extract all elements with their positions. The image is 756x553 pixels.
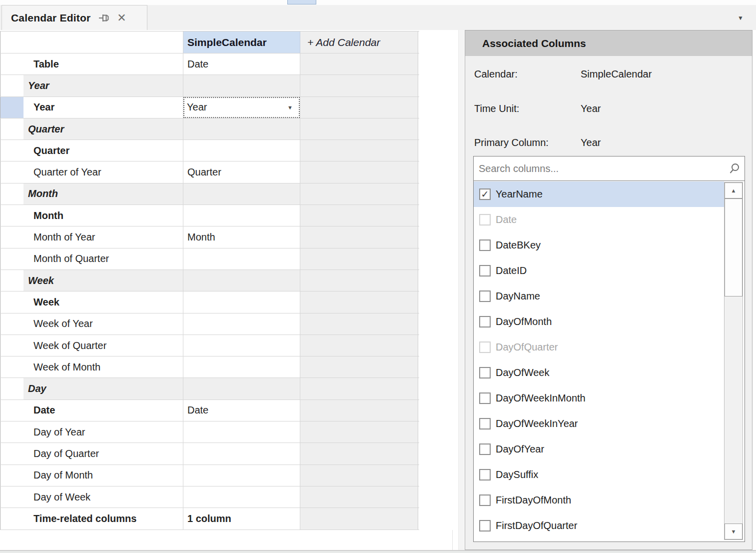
row-value-cell[interactable]: Quarter [183, 162, 300, 182]
row-value-cell[interactable] [183, 443, 300, 464]
row-label: Year [23, 97, 183, 118]
row-gutter[interactable] [0, 226, 23, 248]
checkbox[interactable]: ✓ [479, 316, 491, 328]
column-list-item[interactable]: ✓ FirstDayOfWeek [474, 538, 724, 542]
checkbox[interactable]: ✓ [479, 444, 491, 455]
add-calendar-cell [300, 400, 418, 421]
column-list-item[interactable]: ✓ DayOfWeekInMonth [474, 386, 724, 411]
scroll-up-button[interactable]: ▲ [725, 182, 743, 198]
add-calendar-cell [300, 292, 418, 312]
column-list-item[interactable]: ✓ FirstDayOfQuarter [474, 513, 724, 538]
row-gutter[interactable] [0, 140, 23, 161]
column-list-item[interactable]: ✓ DayName [474, 284, 724, 309]
row-gutter[interactable] [0, 378, 23, 399]
row-label: Day of Month [23, 465, 183, 486]
column-name: DateBKey [496, 240, 541, 251]
column-name: DayOfYear [496, 444, 544, 455]
row-gutter[interactable] [0, 184, 23, 204]
row-value-cell[interactable] [183, 270, 300, 291]
row-gutter[interactable] [0, 335, 23, 356]
row-gutter[interactable] [0, 54, 23, 74]
column-list-item[interactable]: ✓ DayOfQuarter [474, 334, 724, 360]
row-gutter[interactable] [0, 270, 23, 291]
row-value-cell[interactable] [183, 184, 300, 204]
scrollbar-thumb[interactable] [725, 198, 743, 296]
checkbox[interactable]: ✓ [479, 418, 491, 430]
primary-column-value: Year [581, 137, 601, 148]
row-value-cell[interactable] [183, 314, 300, 334]
add-calendar-button[interactable]: + Add Calendar [300, 32, 418, 53]
column-list-item[interactable]: ✓ Date [474, 207, 724, 232]
checkbox[interactable]: ✓ [479, 469, 491, 480]
row-value: Date [187, 58, 208, 70]
column-list-item[interactable]: ✓ DayOfYear [474, 436, 724, 462]
pane-menu-button[interactable]: ▼ [734, 12, 748, 24]
value-dropdown[interactable]: Year▼ [183, 97, 300, 118]
column-list-item[interactable]: ✓ DayOfWeek [474, 360, 724, 386]
column-list-item[interactable]: ✓ DaySuffix [474, 462, 724, 488]
vertical-scrollbar[interactable]: ▲ ▼ [724, 182, 743, 540]
row-value-cell[interactable] [183, 118, 300, 140]
row-value-cell[interactable] [183, 356, 300, 378]
checkbox[interactable]: ✓ [479, 392, 491, 404]
chevron-down-icon: ▼ [738, 14, 744, 22]
row-value-cell[interactable]: Year▼ [183, 97, 300, 118]
row-value-cell[interactable] [183, 465, 300, 486]
row-gutter[interactable] [0, 400, 23, 421]
checkbox[interactable]: ✓ [479, 265, 491, 276]
row-gutter[interactable] [0, 465, 23, 486]
row-gutter[interactable] [0, 248, 23, 270]
grid-row: Quarter [0, 118, 419, 140]
column-list-item[interactable]: ✓ DateBKey [474, 232, 724, 258]
checkbox[interactable]: ✓ [479, 290, 491, 302]
row-value-cell[interactable]: Date [183, 54, 300, 74]
column-name: DayOfWeekInYear [496, 418, 578, 430]
scroll-down-button[interactable]: ▼ [725, 524, 743, 540]
row-gutter[interactable] [0, 356, 23, 378]
tab-calendar-editor[interactable]: Calendar Editor ✕ [1, 5, 147, 30]
row-value-cell[interactable] [183, 335, 300, 356]
checkbox[interactable]: ✓ [479, 214, 491, 226]
search-input[interactable] [474, 163, 725, 174]
row-value-cell[interactable] [183, 422, 300, 442]
row-value-cell[interactable] [183, 75, 300, 96]
row-gutter[interactable] [0, 97, 23, 118]
grid-row: Week [0, 270, 419, 292]
row-value-cell[interactable] [183, 292, 300, 312]
row-gutter[interactable] [0, 75, 23, 96]
row-gutter[interactable] [0, 118, 23, 140]
row-value-cell[interactable] [183, 378, 300, 399]
row-gutter[interactable] [0, 443, 23, 464]
row-gutter[interactable] [0, 422, 23, 442]
row-gutter[interactable] [0, 508, 23, 529]
row-gutter[interactable] [0, 486, 23, 508]
column-list-item[interactable]: ✓ FirstDayOfMonth [474, 488, 724, 513]
pin-button[interactable] [97, 11, 111, 25]
column-header-simplecalendar[interactable]: SimpleCalendar [183, 32, 300, 53]
column-list-item[interactable]: ✓ YearName [474, 182, 724, 207]
checkbox[interactable]: ✓ [479, 494, 491, 506]
row-label: Year [23, 75, 183, 96]
row-gutter[interactable] [0, 314, 23, 334]
row-gutter[interactable] [0, 162, 23, 182]
checkbox[interactable]: ✓ [479, 367, 491, 378]
checkbox[interactable]: ✓ [479, 240, 491, 251]
row-value-cell[interactable]: Month [183, 226, 300, 248]
row-value-cell[interactable] [183, 140, 300, 161]
column-name: DayOfMonth [496, 316, 552, 328]
checkbox[interactable]: ✓ [479, 188, 491, 200]
close-button[interactable]: ✕ [114, 11, 128, 25]
column-list-item[interactable]: ✓ DayOfMonth [474, 309, 724, 334]
row-value-cell[interactable] [183, 205, 300, 226]
column-list-item[interactable]: ✓ DateID [474, 258, 724, 284]
checkbox[interactable]: ✓ [479, 520, 491, 532]
row-value-cell[interactable] [183, 248, 300, 270]
pane-divider[interactable] [458, 30, 464, 550]
row-gutter[interactable] [0, 292, 23, 312]
row-value-cell[interactable]: 1 column [183, 508, 300, 529]
column-list-item[interactable]: ✓ DayOfWeekInYear [474, 411, 724, 436]
row-value-cell[interactable]: Date [183, 400, 300, 421]
row-value-cell[interactable] [183, 486, 300, 508]
checkbox[interactable]: ✓ [479, 342, 491, 353]
row-gutter[interactable] [0, 205, 23, 226]
